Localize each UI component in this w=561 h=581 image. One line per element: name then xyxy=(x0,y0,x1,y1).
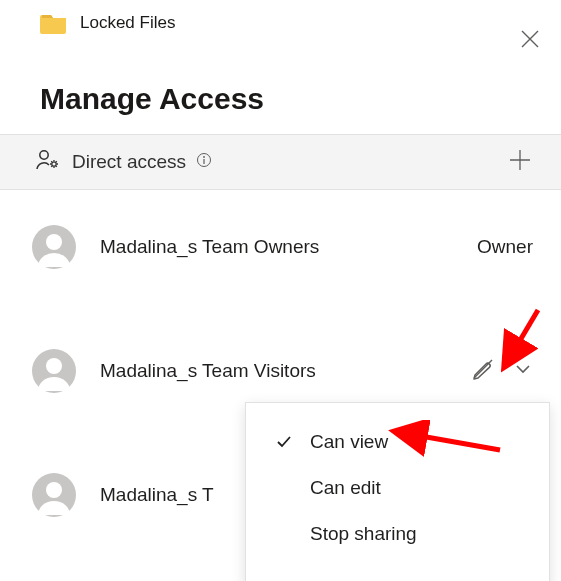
check-icon xyxy=(268,433,300,451)
svg-rect-12 xyxy=(203,159,204,164)
svg-line-8 xyxy=(56,161,57,162)
cannot-edit-icon[interactable] xyxy=(471,357,495,385)
header-bar: Locked Files xyxy=(0,0,561,42)
svg-point-14 xyxy=(46,234,62,250)
svg-line-6 xyxy=(51,161,52,162)
principal-name: Madalina_s Team Owners xyxy=(100,236,477,258)
svg-point-0 xyxy=(40,151,48,159)
dropdown-item-can-view[interactable]: Can view xyxy=(260,419,537,465)
svg-line-7 xyxy=(56,166,57,167)
close-button[interactable] xyxy=(519,28,541,54)
svg-point-19 xyxy=(46,482,62,498)
permission-dropdown-button[interactable] xyxy=(513,359,533,383)
add-principal-button[interactable] xyxy=(507,147,533,177)
permission-dropdown-menu: Can view Can edit Stop sharing xyxy=(245,402,550,581)
principal-role: Owner xyxy=(477,236,533,258)
avatar-icon xyxy=(32,349,76,393)
dropdown-item-label: Stop sharing xyxy=(310,523,417,545)
svg-point-1 xyxy=(52,162,56,166)
avatar-icon xyxy=(32,225,76,269)
dropdown-item-can-edit[interactable]: Can edit xyxy=(260,465,537,511)
info-icon[interactable] xyxy=(196,152,212,172)
direct-access-section-header: Direct access xyxy=(0,134,561,190)
page-title: Manage Access xyxy=(0,42,561,134)
principal-row: Madalina_s Team Owners Owner xyxy=(0,204,561,290)
dropdown-item-label: Can view xyxy=(310,431,388,453)
section-label: Direct access xyxy=(72,151,186,173)
location-title: Locked Files xyxy=(80,13,175,33)
svg-point-11 xyxy=(203,156,205,158)
dropdown-item-stop-sharing[interactable]: Stop sharing xyxy=(260,511,537,557)
folder-icon xyxy=(40,12,68,34)
svg-point-16 xyxy=(46,358,62,374)
svg-line-17 xyxy=(474,360,492,378)
dropdown-item-label: Can edit xyxy=(310,477,381,499)
people-gear-icon xyxy=(36,149,60,175)
svg-line-9 xyxy=(51,166,52,167)
principal-name: Madalina_s Team Visitors xyxy=(100,360,471,382)
avatar-icon xyxy=(32,473,76,517)
